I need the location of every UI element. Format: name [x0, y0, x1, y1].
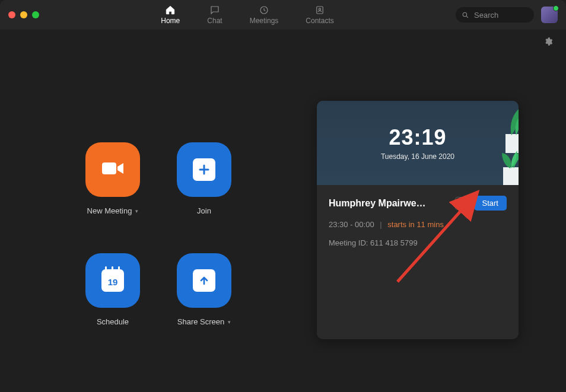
meeting-id-row: Meeting ID: 611 418 5799 — [329, 238, 507, 247]
window-controls — [8, 11, 39, 18]
minimize-window-button[interactable] — [20, 11, 27, 18]
avatar[interactable] — [541, 7, 558, 23]
action-new-meeting: New Meeting ▾ — [68, 142, 157, 215]
search-icon — [462, 11, 469, 19]
nav-tab-chat[interactable]: Chat — [207, 5, 222, 25]
meeting-id-label: Meeting ID: — [329, 238, 368, 247]
main-area: New Meeting ▾ Join — [0, 30, 566, 392]
main-nav: Home Chat Meetings Contacts — [46, 5, 449, 25]
share-screen-button[interactable] — [177, 253, 231, 308]
join-button[interactable] — [177, 142, 231, 197]
start-meeting-button[interactable]: Start — [474, 196, 507, 211]
svg-point-3 — [463, 12, 467, 17]
nav-label: Meetings — [250, 17, 279, 25]
plant-decoration-icon — [476, 144, 519, 185]
schedule-button[interactable]: 19 — [85, 253, 140, 308]
nav-label: Chat — [207, 17, 222, 25]
action-label[interactable]: Share Screen ▾ — [177, 317, 231, 326]
meeting-title: Humphrey Mpairwe… — [329, 198, 450, 209]
upcoming-card: 23:19 Tuesday, 16 June 2020 Humphrey Mpa… — [317, 101, 519, 339]
nav-label: Home — [161, 17, 180, 25]
search-placeholder: Search — [474, 11, 498, 20]
settings-button[interactable] — [543, 37, 553, 49]
actions-panel: New Meeting ▾ Join — [0, 30, 317, 392]
video-icon — [100, 160, 125, 180]
action-share-screen: Share Screen ▾ — [160, 253, 249, 326]
upcoming-panel: 23:19 Tuesday, 16 June 2020 Humphrey Mpa… — [317, 30, 566, 392]
search-input[interactable]: Search — [456, 7, 534, 23]
nav-label: Contacts — [306, 17, 333, 25]
action-label: Schedule — [97, 317, 129, 326]
clock-date: Tuesday, 16 June 2020 — [381, 152, 454, 161]
app-window: Home Chat Meetings Contacts — [0, 0, 566, 392]
close-window-button[interactable] — [8, 11, 15, 18]
clock-icon — [259, 5, 269, 15]
gear-icon — [543, 37, 553, 46]
chevron-down-icon: ▾ — [228, 319, 231, 325]
nav-tab-home[interactable]: Home — [161, 5, 180, 25]
action-label: Join — [197, 206, 211, 215]
chevron-down-icon: ▾ — [135, 208, 138, 214]
action-label[interactable]: New Meeting ▾ — [87, 206, 139, 215]
meeting-time-range: 23:30 - 00:00 — [329, 220, 374, 229]
plus-icon — [193, 158, 215, 181]
action-schedule: 19 Schedule — [68, 253, 157, 326]
meeting-time-row: 23:30 - 00:00 | starts in 11 mins — [329, 220, 507, 229]
clock-time: 23:19 — [389, 125, 446, 150]
nav-tab-contacts[interactable]: Contacts — [306, 5, 333, 25]
maximize-window-button[interactable] — [32, 11, 39, 18]
meeting-details: Humphrey Mpairwe… ··· Start 23:30 - 00:0… — [317, 185, 519, 339]
new-meeting-button[interactable] — [85, 142, 140, 197]
titlebar: Home Chat Meetings Contacts — [0, 0, 566, 30]
contacts-icon — [314, 5, 325, 15]
calendar-day: 19 — [108, 277, 118, 287]
svg-rect-4 — [102, 162, 116, 174]
meeting-countdown: starts in 11 mins — [387, 220, 444, 229]
arrow-up-icon — [193, 269, 215, 292]
nav-tab-meetings[interactable]: Meetings — [250, 5, 279, 25]
clock-hero: 23:19 Tuesday, 16 June 2020 — [317, 101, 519, 185]
divider: | — [380, 220, 381, 229]
svg-rect-6 — [503, 167, 519, 185]
action-join: Join — [160, 142, 249, 215]
svg-point-2 — [319, 8, 320, 10]
meeting-id: 611 418 5799 — [370, 238, 418, 247]
chat-icon — [209, 5, 220, 15]
calendar-icon: 19 — [101, 269, 124, 292]
meeting-more-button[interactable]: ··· — [455, 197, 469, 210]
home-icon — [165, 5, 176, 15]
